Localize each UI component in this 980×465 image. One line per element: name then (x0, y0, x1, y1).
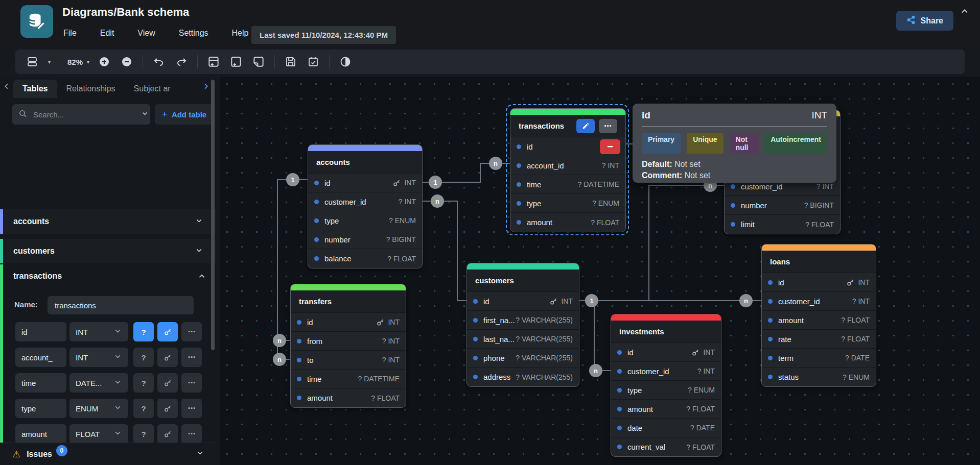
field-primary-key-toggle[interactable] (157, 424, 178, 444)
field-primary-key-toggle[interactable] (157, 373, 178, 393)
menu-item-file[interactable]: File (60, 27, 80, 40)
redo-icon[interactable] (174, 54, 189, 69)
table-field-row-first_na...[interactable]: first_na...? VARCHAR(255) (467, 311, 579, 330)
zoom-level-select[interactable]: 82%▾ (67, 58, 89, 66)
field-more-options-button[interactable]: ⋯ (181, 373, 202, 393)
table-field-row-date[interactable]: date? DATE (611, 419, 721, 437)
field-name-input[interactable]: type (15, 399, 66, 418)
sidebar-table-row-accounts[interactable]: accounts (0, 209, 216, 234)
table-field-row-phone[interactable]: phone? VARCHAR(255) (467, 349, 579, 368)
table-field-row-id[interactable]: idINT (762, 273, 876, 292)
zoom-in-icon[interactable] (97, 54, 112, 69)
field-type-select[interactable]: INT (69, 322, 128, 341)
canvas-table-loans[interactable]: loansidINTcustomer_id? INTamount? FLOATr… (761, 244, 876, 387)
table-title-row[interactable]: investments (611, 321, 721, 343)
table-field-row-term[interactable]: term? DATE (762, 349, 876, 368)
delete-field-button[interactable]: − (600, 139, 620, 154)
zoom-out-icon[interactable] (119, 54, 134, 69)
table-field-row-current_val[interactable]: current_val? FLOAT (611, 437, 721, 456)
table-field-row-customer_id[interactable]: customer_id? INT (308, 192, 422, 211)
share-button[interactable]: Share (896, 11, 953, 31)
table-field-row-address[interactable]: address? VARCHAR(255) (467, 368, 579, 386)
canvas-table-transactions[interactable]: transactions⋯id−account_id? INTtime? DAT… (510, 108, 626, 232)
table-field-row-amount[interactable]: amount? FLOAT (510, 213, 625, 232)
tabs-scroll-left-icon[interactable] (0, 82, 13, 92)
chevron-down-icon[interactable] (195, 216, 203, 227)
layout-select-icon[interactable] (25, 54, 40, 69)
table-name-input[interactable] (48, 296, 194, 314)
table-field-row-customer_id[interactable]: customer_id? INT (762, 292, 876, 311)
expanded-table-name[interactable]: transactions (13, 272, 62, 281)
field-more-options-button[interactable]: ⋯ (181, 348, 202, 367)
table-field-row-id[interactable]: idINT (291, 313, 406, 332)
field-name-input[interactable]: amount (15, 424, 66, 444)
table-more-options-button[interactable]: ⋯ (599, 119, 617, 133)
menu-item-help[interactable]: Help (229, 27, 252, 40)
edit-table-button[interactable] (576, 119, 595, 133)
field-nullable-toggle[interactable]: ? (133, 424, 154, 444)
issues-footer[interactable]: ⚠ Issues 0 (0, 443, 216, 465)
search-input[interactable] (32, 110, 136, 119)
table-search[interactable] (12, 104, 150, 125)
field-nullable-toggle[interactable]: ? (133, 322, 154, 341)
table-field-row-type[interactable]: type? ENUM (611, 381, 721, 400)
table-field-row-balance[interactable]: balance? FLOAT (308, 249, 422, 268)
table-field-row-id[interactable]: id− (510, 137, 625, 156)
field-primary-key-toggle[interactable] (157, 322, 178, 341)
table-field-row-from[interactable]: from? INT (291, 332, 406, 351)
table-title-row[interactable]: loans (762, 251, 876, 273)
table-field-row-type[interactable]: type? ENUM (308, 211, 422, 230)
table-title-row[interactable]: accounts (308, 151, 422, 174)
table-field-row-id[interactable]: idINT (611, 343, 721, 362)
table-field-row-status[interactable]: status? ENUM (762, 368, 876, 386)
field-nullable-toggle[interactable]: ? (133, 373, 154, 393)
table-field-row-time[interactable]: time? DATETIME (291, 370, 406, 388)
table-field-row-limit[interactable]: limit? FLOAT (725, 215, 840, 234)
field-name-input[interactable]: account_ (15, 348, 66, 367)
field-name-input[interactable]: time (15, 373, 66, 393)
table-field-row-amount[interactable]: amount? FLOAT (291, 388, 406, 407)
menu-item-edit[interactable]: Edit (97, 27, 118, 40)
field-primary-key-toggle[interactable] (157, 348, 178, 367)
add-note-icon[interactable] (251, 54, 266, 69)
table-field-row-number[interactable]: number? BIGINT (308, 230, 422, 249)
toolbar-collapse-chevron-up-icon[interactable] (960, 6, 970, 18)
canvas-table-customers[interactable]: customersidINTfirst_na...? VARCHAR(255)l… (466, 263, 579, 387)
table-field-row-account_id[interactable]: account_id? INT (510, 156, 625, 175)
field-type-select[interactable]: DATE... (69, 373, 128, 393)
add-table-icon[interactable] (206, 54, 221, 69)
field-nullable-toggle[interactable]: ? (133, 399, 154, 418)
table-title-row[interactable]: transactions⋯ (510, 115, 625, 137)
add-area-icon[interactable] (228, 54, 244, 69)
app-logo-database-pencil-icon[interactable] (20, 5, 53, 38)
menu-item-settings[interactable]: Settings (176, 27, 212, 40)
table-field-row-type[interactable]: type? ENUM (510, 194, 625, 213)
chevron-down-icon[interactable] (195, 246, 203, 257)
sidebar-table-row-customers[interactable]: customers (0, 239, 216, 263)
field-more-options-button[interactable]: ⋯ (181, 399, 202, 418)
field-type-select[interactable]: ENUM (69, 399, 128, 418)
field-more-options-button[interactable]: ⋯ (181, 322, 202, 341)
table-field-row-amount[interactable]: amount? FLOAT (762, 311, 876, 330)
canvas-table-investments[interactable]: investmentsidINTcustomer_id? INTtype? EN… (611, 314, 721, 457)
canvas-table-accounts[interactable]: accountsidINTcustomer_id? INTtype? ENUMn… (308, 144, 423, 268)
tab-tables[interactable]: Tables (13, 80, 57, 98)
table-field-row-id[interactable]: idINT (467, 292, 579, 311)
field-more-options-button[interactable]: ⋯ (181, 424, 202, 444)
field-primary-key-toggle[interactable] (157, 399, 178, 418)
table-title-row[interactable]: transfers (291, 290, 406, 313)
menu-item-view[interactable]: View (134, 27, 158, 40)
table-field-row-number[interactable]: number? BIGINT (725, 196, 840, 215)
table-field-row-id[interactable]: idINT (308, 174, 422, 192)
sidebar-scrollbar-thumb[interactable] (211, 80, 215, 350)
undo-icon[interactable] (151, 54, 167, 69)
field-nullable-toggle[interactable]: ? (133, 348, 154, 367)
tab-subject-ar[interactable]: Subject ar (125, 80, 180, 98)
table-title-row[interactable]: customers (467, 270, 579, 292)
add-table-button[interactable]: + Add table (155, 104, 214, 125)
canvas-table-transfers[interactable]: transfersidINTfrom? INTto? INTtime? DATE… (290, 284, 406, 408)
field-name-input[interactable]: id (15, 322, 66, 341)
field-type-select[interactable]: INT (69, 348, 128, 367)
table-field-row-to[interactable]: to? INT (291, 351, 406, 370)
field-type-select[interactable]: FLOAT (69, 424, 128, 444)
